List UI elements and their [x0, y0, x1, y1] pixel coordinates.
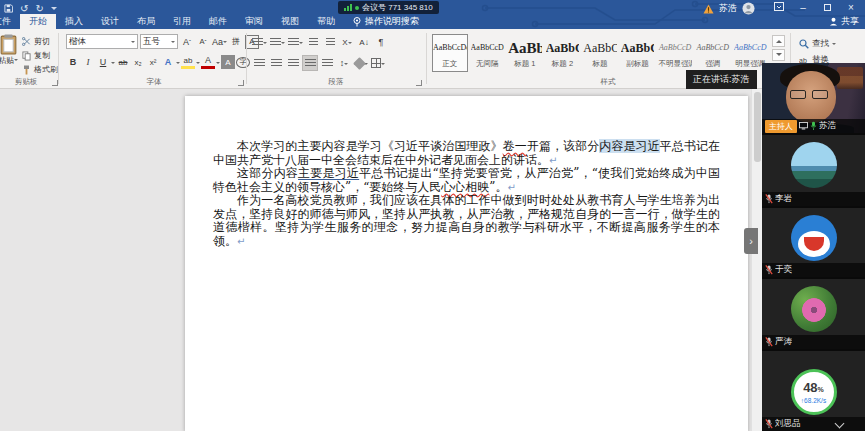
- highlight-caret[interactable]: [196, 62, 200, 66]
- grow-font-button[interactable]: Aˆ: [180, 35, 194, 49]
- shading-button[interactable]: [354, 56, 368, 70]
- style-card-0[interactable]: AaBbCcDc正文: [432, 34, 468, 72]
- undo-icon[interactable]: ↺: [20, 3, 28, 14]
- tab-3[interactable]: 设计: [92, 14, 128, 29]
- shrink-font-button[interactable]: Aˇ: [196, 35, 210, 49]
- subscript-button[interactable]: x₂: [131, 55, 145, 69]
- participant-tile-bar: 严涛: [762, 335, 865, 349]
- decrease-indent-button[interactable]: [306, 35, 320, 49]
- multilevel-list-button[interactable]: [288, 35, 303, 49]
- increase-indent-button[interactable]: [323, 35, 337, 49]
- numbering-button[interactable]: [270, 35, 285, 49]
- participant-tile-3[interactable]: 48%↑68.2K/s刘思品: [762, 351, 865, 431]
- cut-button[interactable]: 剪切: [22, 35, 58, 48]
- bullets-button[interactable]: [252, 35, 267, 49]
- style-card-3[interactable]: AaBbC标题 2: [545, 34, 581, 72]
- account-area[interactable]: 苏浩: [703, 2, 755, 15]
- ribbon-display-options-icon[interactable]: [767, 2, 791, 13]
- tab-6[interactable]: 邮件: [200, 14, 236, 29]
- paste-button[interactable]: 粘贴: [0, 34, 22, 66]
- tell-me-search[interactable]: 操作说明搜索: [344, 14, 428, 29]
- save-icon[interactable]: [4, 4, 13, 13]
- minimize-button[interactable]: –: [791, 2, 815, 13]
- styles-scroll-up-button[interactable]: [772, 35, 785, 47]
- mic-muted-icon: [765, 419, 773, 429]
- align-right-button[interactable]: [286, 56, 300, 70]
- document-page[interactable]: 本次学习的主要内容是学习《习近平谈治国理政》卷一开篇，该部分内容是习近平总书记在…: [185, 96, 748, 431]
- video-panel-expander[interactable]: ›: [744, 228, 758, 254]
- paragraph-0[interactable]: 本次学习的主要内容是学习《习近平谈治国理政》卷一开篇，该部分内容是习近平总书记在…: [213, 140, 720, 167]
- font-size-combobox[interactable]: 五号: [140, 34, 178, 49]
- meeting-id-badge[interactable]: 会议号 771 345 810: [338, 1, 439, 14]
- participant-tile-0[interactable]: 李岩: [762, 135, 865, 206]
- qat-customize-icon[interactable]: [51, 7, 57, 13]
- style-card-4[interactable]: AaBbC标题: [582, 34, 618, 72]
- main-video-tile[interactable]: 主持人 苏浩: [762, 63, 865, 133]
- paragraph-dialog-launcher[interactable]: [416, 80, 422, 86]
- italic-button[interactable]: I: [81, 55, 95, 69]
- align-left-button[interactable]: [252, 56, 266, 70]
- redo-icon[interactable]: ↻: [35, 3, 43, 14]
- style-card-6[interactable]: AaBbCcD不明显强调: [657, 34, 693, 72]
- borders-button[interactable]: [371, 56, 385, 70]
- avatar[interactable]: [742, 2, 755, 15]
- text-effects-caret[interactable]: [176, 62, 180, 66]
- tab-1[interactable]: 开始: [20, 14, 56, 29]
- landscape-avatar: [791, 142, 837, 188]
- format-painter-button[interactable]: 格式刷: [22, 63, 58, 76]
- document-text[interactable]: 本次学习的主要内容是学习《习近平谈治国理政》卷一开篇，该部分内容是习近平总书记在…: [213, 140, 720, 248]
- group-separator: [58, 33, 59, 84]
- highlight-color-button[interactable]: ab: [181, 55, 195, 69]
- find-button[interactable]: 查找: [799, 36, 836, 51]
- tab-2[interactable]: 插入: [56, 14, 92, 29]
- tab-9[interactable]: 帮助: [308, 14, 344, 29]
- font-name-combobox[interactable]: 楷体: [66, 34, 138, 49]
- font-color-button[interactable]: A: [201, 55, 215, 69]
- underline-button[interactable]: U: [96, 55, 110, 69]
- style-card-1[interactable]: AaBbCcDc无间隔: [470, 34, 506, 72]
- style-card-5[interactable]: AaBbC副标题: [620, 34, 656, 72]
- tab-4[interactable]: 布局: [128, 14, 164, 29]
- participant-name: 于奕: [775, 264, 792, 276]
- vertical-scrollbar[interactable]: [751, 89, 762, 431]
- font-color-caret[interactable]: [216, 62, 220, 66]
- copy-button[interactable]: 复制: [22, 49, 58, 62]
- scrollbar-thumb[interactable]: [754, 92, 761, 162]
- share-button[interactable]: 共享: [829, 15, 859, 28]
- styles-scroll-down-button[interactable]: [772, 49, 785, 61]
- phonetic-guide-button[interactable]: 拼: [229, 35, 243, 49]
- superscript-button[interactable]: x²: [146, 55, 160, 69]
- underline-caret[interactable]: [111, 62, 115, 66]
- document-area: 本次学习的主要内容是学习《习近平谈治国理政》卷一开篇，该部分内容是习近平总书记在…: [0, 89, 762, 431]
- change-case-button[interactable]: Aa: [212, 35, 227, 49]
- tab-7[interactable]: 审阅: [236, 14, 272, 29]
- participant-tile-1[interactable]: 于奕: [762, 208, 865, 277]
- align-center-button[interactable]: [269, 56, 283, 70]
- style-card-2[interactable]: AaBb(标题 1: [507, 34, 543, 72]
- font-dialog-launcher[interactable]: [238, 80, 244, 86]
- tab-0[interactable]: 文件: [0, 14, 20, 29]
- justify-button[interactable]: [303, 56, 317, 70]
- host-badge: 主持人: [765, 120, 797, 133]
- text-effects-button[interactable]: A: [161, 55, 175, 69]
- group-separator: [426, 33, 427, 84]
- close-button[interactable]: ×: [839, 2, 863, 13]
- format-painter-icon: [22, 65, 31, 75]
- bold-button[interactable]: B: [66, 55, 80, 69]
- show-hide-marks-button[interactable]: ¶: [374, 35, 388, 49]
- strikethrough-button[interactable]: ab: [116, 55, 130, 69]
- tab-8[interactable]: 视图: [272, 14, 308, 29]
- tab-5[interactable]: 引用: [164, 14, 200, 29]
- doraemon-avatar: [791, 215, 837, 261]
- paragraph-2[interactable]: 作为一名高校党员教师，我们应该在具体的工作中做到时时处处从教书育人与学生培养为出…: [213, 194, 720, 248]
- sort-button[interactable]: A↓: [357, 35, 371, 49]
- distribute-button[interactable]: [320, 56, 334, 70]
- restore-button[interactable]: [815, 2, 839, 13]
- screen: ↺ ↻ 会议号 771 345 810 苏浩 – × 共享 文件开始插入设计布局…: [0, 0, 865, 431]
- participant-tile-2[interactable]: 严涛: [762, 279, 865, 349]
- style-card-7[interactable]: AaBbCcD强调: [695, 34, 731, 72]
- character-shading-button[interactable]: A: [221, 55, 235, 69]
- asian-layout-button[interactable]: X: [340, 35, 354, 49]
- paragraph-1[interactable]: 这部分内容主要是习近平总书记提出“坚持党要管党，从严治党”，“使我们党始终成为中…: [213, 167, 720, 194]
- line-spacing-button[interactable]: ↕: [337, 56, 351, 70]
